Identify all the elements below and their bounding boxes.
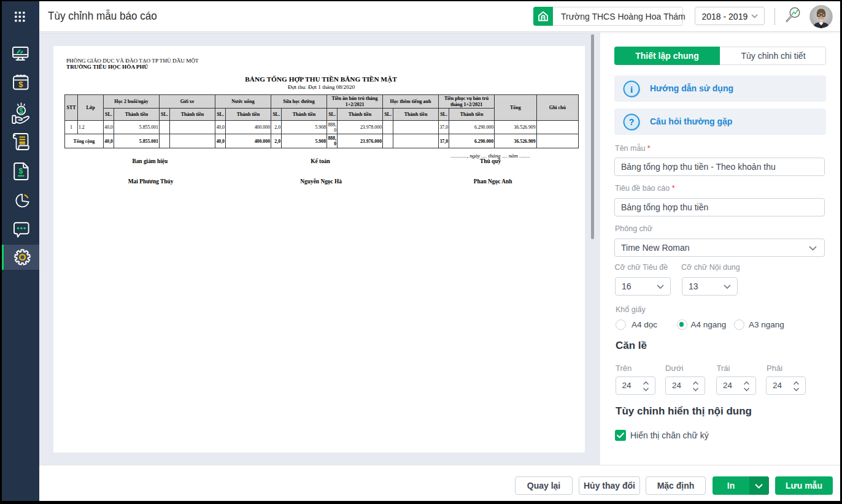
svg-text:$: $ [19, 107, 23, 115]
svg-text:?: ? [629, 117, 635, 127]
svg-text:$: $ [19, 167, 23, 175]
svg-text:i: i [630, 85, 633, 94]
svg-text:$: $ [18, 80, 23, 89]
